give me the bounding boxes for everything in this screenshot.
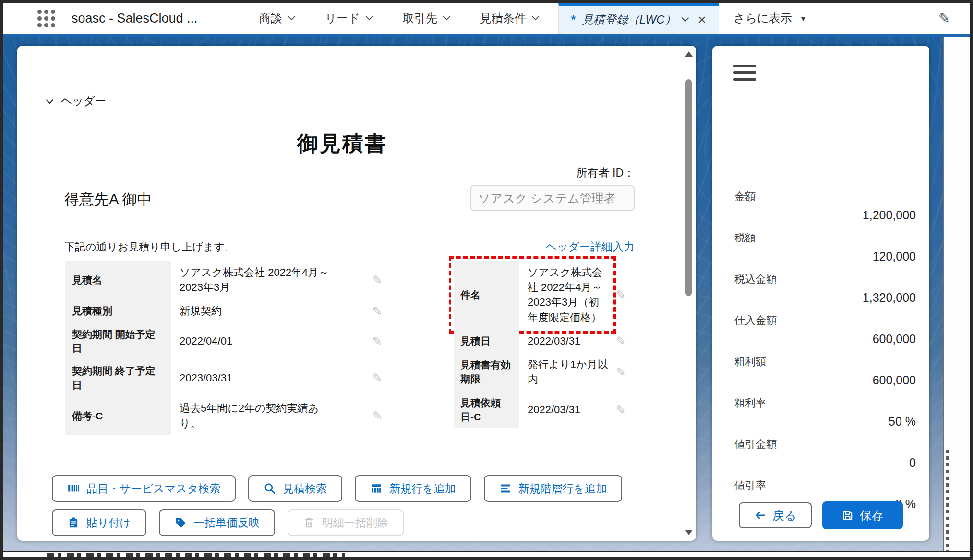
tab-quote-conditions[interactable]: 見積条件 bbox=[465, 3, 553, 34]
scrollbar-thumb[interactable] bbox=[685, 79, 692, 296]
summary-field-label: 値引率 bbox=[734, 478, 916, 493]
summary-field-value: 120,000 bbox=[734, 250, 916, 263]
summary-field-label: 金額 bbox=[734, 190, 916, 204]
close-tab-icon[interactable]: × bbox=[698, 12, 707, 27]
summary-field: 値引金額 0 bbox=[734, 437, 916, 470]
bulk-unit-price-apply-button[interactable]: 一括単価反映 bbox=[159, 509, 275, 536]
right-field-column: 件名 ソアスク株式会社 2022年4月～2023年3月（初年度限定価格） ✎ 見… bbox=[454, 261, 632, 428]
left-field-row-2: 契約期間 開始予定日 2022/04/01 ✎ bbox=[65, 323, 389, 360]
chevron-down-icon bbox=[443, 13, 450, 21]
edit-pencil-icon[interactable]: ✎ bbox=[366, 359, 389, 396]
summary-field-label: 粗利額 bbox=[734, 355, 916, 369]
item-service-master-search-button[interactable]: 品目・サービスマスタ検索 bbox=[52, 475, 236, 502]
owner-id-label: 所有者 ID： bbox=[470, 166, 635, 180]
summary-field: 粗利額 600,000 bbox=[734, 355, 916, 387]
summary-field-label: 仕入金額 bbox=[734, 313, 916, 328]
unsaved-marker: * bbox=[571, 13, 576, 26]
tab-account[interactable]: 取引先 bbox=[387, 3, 465, 34]
header-section-toggle[interactable]: ヘッダー bbox=[47, 94, 106, 108]
panel-actions: 戻る 保存 bbox=[712, 501, 929, 529]
tag-icon bbox=[174, 516, 187, 529]
toolbar-row-1: 品目・サービスマスタ検索 見積検索 新規行を追加 新規階層行を追加 bbox=[52, 475, 622, 502]
left-field-row-0: 見積名 ソアスク株式会社 2022年4月～2023年3月 ✎ bbox=[65, 261, 389, 299]
page-scrollbar[interactable] bbox=[943, 37, 970, 551]
intro-row: 下記の通りお見積り申し上げます。 ヘッダー詳細入力 bbox=[64, 239, 635, 254]
bulk-delete-lines-button: 明細一括削除 bbox=[288, 509, 404, 536]
field-label: 見積依頼日-C bbox=[454, 392, 519, 429]
hierarchy-icon bbox=[499, 482, 512, 495]
add-new-row-button[interactable]: 新規行を追加 bbox=[355, 475, 471, 502]
tab-quote-registration-active[interactable]: * 見積登録（LWC） × bbox=[558, 3, 719, 34]
save-button[interactable]: 保存 bbox=[822, 501, 903, 529]
clipped-bottom-row bbox=[3, 552, 970, 557]
tab-shoudan[interactable]: 商談 bbox=[244, 3, 310, 34]
field-label: 見積書有効期限 bbox=[454, 353, 519, 391]
menu-icon[interactable] bbox=[733, 65, 756, 81]
back-arrow-icon bbox=[754, 509, 767, 522]
field-value: 2023/03/31 bbox=[171, 359, 338, 396]
scroll-down-icon[interactable] bbox=[685, 530, 693, 535]
card-scrollbar[interactable] bbox=[684, 48, 694, 538]
edit-pencil-icon[interactable]: ✎ bbox=[366, 261, 389, 299]
edit-pencil-icon[interactable]: ✎ bbox=[366, 299, 389, 322]
quote-search-button[interactable]: 見積検索 bbox=[248, 475, 342, 502]
summary-field: 税額 120,000 bbox=[734, 231, 916, 263]
scroll-up-icon[interactable] bbox=[685, 51, 693, 57]
field-value: 発行より1か月以内 bbox=[519, 353, 609, 391]
clipped-text bbox=[47, 553, 345, 557]
summary-field-value: 600,000 bbox=[734, 373, 916, 387]
field-label: 見積名 bbox=[65, 261, 171, 299]
back-button[interactable]: 戻る bbox=[739, 502, 812, 528]
chevron-down-icon bbox=[531, 13, 539, 21]
left-field-column: 見積名 ソアスク株式会社 2022年4月～2023年3月 ✎ 見積種別 新規契約… bbox=[65, 261, 389, 435]
field-value: 2022/03/31 bbox=[519, 392, 609, 429]
page-scrollbar-thumb[interactable] bbox=[946, 450, 949, 558]
summary-field-value: 50 % bbox=[734, 415, 916, 429]
left-field-row-3: 契約期間 終了予定日 2023/03/31 ✎ bbox=[65, 359, 389, 396]
edit-pencil-icon[interactable]: ✎ bbox=[609, 392, 632, 429]
document-title: 御見積書 bbox=[17, 130, 667, 158]
right-field-row-0: 件名 ソアスク株式会社 2022年4月～2023年3月（初年度限定価格） ✎ bbox=[454, 261, 632, 329]
field-label: 契約期間 開始予定日 bbox=[65, 323, 171, 360]
app-title: soasc - SalesCloud ... bbox=[72, 11, 198, 26]
summary-panel: 金額 1,200,000 税額 120,000 税込金額 1,320,000 仕… bbox=[712, 46, 929, 541]
header-detail-input-link[interactable]: ヘッダー詳細入力 bbox=[545, 239, 635, 254]
right-field-row-3: 見積依頼日-C 2022/03/31 ✎ bbox=[454, 392, 632, 429]
field-tables: 見積名 ソアスク株式会社 2022年4月～2023年3月 ✎ 見積種別 新規契約… bbox=[65, 261, 632, 435]
field-label: 備考-C bbox=[65, 396, 171, 435]
edit-pencil-icon[interactable]: ✎ bbox=[366, 396, 389, 435]
chevron-down-icon[interactable] bbox=[681, 14, 689, 22]
edit-nav-pencil-icon[interactable]: ✎ bbox=[938, 10, 950, 26]
field-value: ソアスク株式会社 2022年4月～2023年3月（初年度限定価格） bbox=[519, 261, 609, 329]
search-icon bbox=[264, 482, 276, 495]
add-new-hierarchy-row-button[interactable]: 新規階層行を追加 bbox=[484, 475, 623, 502]
summary-field: 粗利率 50 % bbox=[734, 396, 916, 429]
tab-lead[interactable]: リード bbox=[310, 3, 387, 34]
summary-field-value: 600,000 bbox=[734, 332, 916, 346]
paste-button[interactable]: 貼り付け bbox=[52, 509, 146, 536]
barcode-icon bbox=[67, 482, 80, 495]
edit-pencil-icon[interactable]: ✎ bbox=[609, 261, 632, 329]
more-tabs-button[interactable]: さらに表示 ▼ bbox=[719, 3, 821, 34]
workspace-background: ヘッダー 御見積書 所有者 ID： ソアスク システム管理者 得意先A 御中 下… bbox=[3, 34, 970, 551]
edit-pencil-icon[interactable]: ✎ bbox=[609, 329, 632, 353]
field-value: 新規契約 bbox=[171, 299, 338, 322]
field-value: ソアスク株式会社 2022年4月～2023年3月 bbox=[171, 261, 338, 299]
owner-id-field: ソアスク システム管理者 bbox=[470, 185, 635, 211]
trash-icon bbox=[303, 516, 315, 529]
owner-block: 所有者 ID： ソアスク システム管理者 bbox=[470, 166, 635, 213]
app-launcher-icon[interactable] bbox=[37, 10, 55, 27]
edit-pencil-icon[interactable]: ✎ bbox=[366, 323, 389, 360]
chevron-down-icon bbox=[46, 96, 54, 104]
right-field-row-1: 見積日 2022/03/31 ✎ bbox=[454, 329, 632, 353]
edit-pencil-icon[interactable]: ✎ bbox=[609, 353, 632, 391]
summary-field-value: 1,320,000 bbox=[734, 291, 916, 305]
chevron-down-icon bbox=[365, 13, 373, 21]
field-label: 契約期間 終了予定日 bbox=[65, 359, 171, 396]
toolbar-row-2: 貼り付け 一括単価反映 明細一括削除 bbox=[52, 509, 622, 536]
greeting-text: 下記の通りお見積り申し上げます。 bbox=[64, 240, 235, 254]
summary-field-value: 0 bbox=[734, 456, 916, 470]
table-icon bbox=[370, 482, 383, 495]
summary-field-label: 税額 bbox=[734, 231, 916, 245]
caret-down-icon: ▼ bbox=[800, 14, 807, 23]
